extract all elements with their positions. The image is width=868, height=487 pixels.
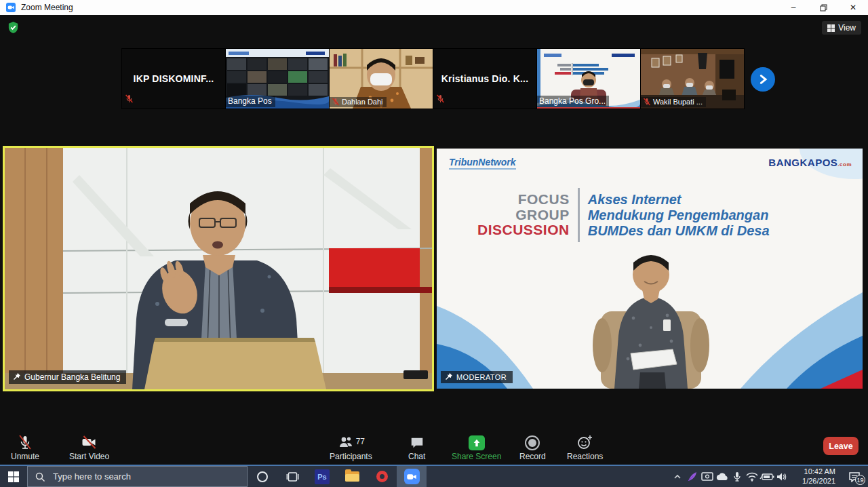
record-label: Record bbox=[519, 452, 546, 461]
participant-thumbnail-bangka-pos[interactable]: Bangka Pos bbox=[226, 49, 329, 109]
fgd-banner: FOCUS GROUP DISCUSSION Akses Internet Me… bbox=[477, 188, 770, 242]
tray-wifi-icon[interactable] bbox=[745, 466, 760, 487]
participant-thumbnail-dahlan-dahi[interactable]: Dahlan Dahi bbox=[330, 49, 433, 109]
participant-name: Bangka Pos bbox=[226, 96, 275, 107]
participant-name: Kristianus Dio. K... bbox=[433, 49, 536, 109]
unmute-label: Unmute bbox=[11, 452, 39, 461]
reactions-icon bbox=[577, 434, 593, 450]
next-page-arrow-button[interactable] bbox=[751, 67, 775, 92]
fgd-word-focus: FOCUS bbox=[477, 192, 570, 208]
video-tile-gubernur[interactable]: Gubernur Bangka Belitung bbox=[3, 146, 434, 391]
start-video-label: Start Video bbox=[69, 452, 109, 461]
chevron-right-icon bbox=[757, 74, 768, 85]
reactions-label: Reactions bbox=[567, 452, 603, 461]
unmute-button[interactable]: Unmute bbox=[11, 433, 39, 461]
video-off-icon bbox=[81, 434, 98, 450]
muted-mic-icon bbox=[125, 94, 134, 106]
fgd-word-group: GROUP bbox=[477, 208, 570, 223]
minimize-button[interactable]: – bbox=[778, 0, 808, 15]
photoshop-icon: Ps bbox=[315, 469, 330, 484]
notification-count-badge: 19 bbox=[855, 475, 865, 485]
photoshop-taskbar-button[interactable]: Ps bbox=[307, 466, 337, 487]
share-screen-button[interactable]: Share Screen bbox=[452, 433, 501, 461]
participant-name-overlay: Gubernur Bangka Belitung bbox=[9, 370, 126, 384]
participant-thumbnail-kristianus[interactable]: Kristianus Dio. K... bbox=[433, 49, 536, 109]
chat-icon bbox=[409, 435, 425, 450]
record-icon bbox=[525, 435, 540, 450]
cortana-button[interactable] bbox=[248, 466, 277, 487]
reactions-button[interactable]: Reactions bbox=[567, 433, 603, 461]
video-tile-moderator[interactable]: TribunNetwork BANGKAPOS.com FOCUS GROUP … bbox=[437, 149, 863, 389]
participant-name: Wakil Bupati ... bbox=[641, 97, 706, 107]
participant-name: Dahlan Dahi bbox=[330, 97, 387, 107]
muted-mic-icon bbox=[436, 94, 445, 106]
windows-logo-icon bbox=[8, 471, 19, 482]
start-video-button[interactable]: Start Video bbox=[69, 433, 109, 461]
topic-line-2: Mendukung Pengembangan bbox=[588, 208, 770, 223]
clock-time: 10:42 AM bbox=[793, 467, 835, 477]
participant-name-overlay: MODERATOR bbox=[441, 371, 513, 383]
action-center-button[interactable]: 19 bbox=[841, 466, 868, 487]
tray-screen-record-icon[interactable] bbox=[700, 466, 715, 487]
muted-mic-icon bbox=[332, 98, 340, 106]
record-button[interactable]: Record bbox=[519, 433, 546, 461]
windows-taskbar: Ps 10:42 AM 1/26/2021 19 bbox=[0, 465, 868, 487]
task-view-button[interactable] bbox=[277, 466, 307, 487]
window-title: Zoom Meeting bbox=[21, 3, 73, 12]
participant-thumbnail-wakil-bupati[interactable]: Wakil Bupati ... bbox=[641, 49, 744, 109]
zoom-icon bbox=[404, 469, 420, 484]
security-shield-icon[interactable] bbox=[7, 21, 20, 37]
topic-line-1: Akses Internet bbox=[588, 192, 770, 208]
zoom-app-icon bbox=[6, 3, 16, 12]
view-button-label: View bbox=[838, 23, 856, 33]
view-button[interactable]: View bbox=[822, 21, 861, 35]
participants-button[interactable]: 77 Participants bbox=[330, 433, 372, 461]
folder-icon bbox=[345, 471, 359, 482]
opera-icon bbox=[376, 471, 388, 482]
opera-taskbar-button[interactable] bbox=[367, 466, 397, 487]
tray-feather-app-icon[interactable] bbox=[685, 466, 700, 487]
pin-icon bbox=[13, 373, 21, 381]
zoom-taskbar-button[interactable] bbox=[397, 466, 427, 487]
tray-microphone-icon[interactable] bbox=[730, 466, 745, 487]
chat-button[interactable]: Chat bbox=[408, 433, 425, 461]
tray-onedrive-icon[interactable] bbox=[715, 466, 730, 487]
screen: Zoom Meeting – ✕ View IKP DISKOMINF... bbox=[0, 0, 868, 487]
fgd-word-discussion: DISCUSSION bbox=[477, 222, 570, 238]
participants-label: Participants bbox=[330, 452, 372, 461]
start-button[interactable] bbox=[0, 466, 27, 487]
search-input[interactable] bbox=[52, 471, 221, 482]
window-titlebar: Zoom Meeting – ✕ bbox=[0, 0, 868, 15]
cortana-icon bbox=[257, 471, 268, 482]
tray-overflow-chevron[interactable] bbox=[670, 466, 685, 487]
video-feed bbox=[5, 148, 432, 389]
tray-volume-icon[interactable] bbox=[774, 466, 789, 487]
participant-name: IKP DISKOMINF... bbox=[122, 49, 225, 109]
clock-date: 1/26/2021 bbox=[793, 477, 835, 486]
leave-button[interactable]: Leave bbox=[823, 437, 859, 455]
participants-count: 77 bbox=[356, 437, 365, 446]
chat-label: Chat bbox=[408, 452, 425, 461]
fgd-divider bbox=[578, 188, 580, 242]
taskbar-search[interactable] bbox=[27, 466, 248, 487]
muted-mic-icon bbox=[17, 434, 33, 450]
participant-thumbnail-bangka-pos-group[interactable]: Bangka Pos Gro... bbox=[537, 49, 640, 109]
task-view-icon bbox=[286, 471, 299, 482]
muted-mic-icon bbox=[643, 98, 651, 106]
share-screen-label: Share Screen bbox=[452, 452, 501, 461]
video-feed bbox=[437, 149, 863, 389]
taskbar-clock[interactable]: 10:42 AM 1/26/2021 bbox=[793, 467, 835, 486]
gallery-grid-icon bbox=[827, 24, 835, 32]
bangkapos-logo: BANGKAPOS.com bbox=[768, 157, 852, 168]
tray-battery-icon[interactable] bbox=[760, 466, 774, 487]
tribun-network-logo: TribunNetwork bbox=[449, 157, 516, 170]
participants-icon bbox=[337, 434, 355, 450]
restore-button[interactable] bbox=[808, 0, 838, 15]
participant-name: Bangka Pos Gro... bbox=[537, 96, 609, 107]
file-explorer-taskbar-button[interactable] bbox=[337, 466, 367, 487]
search-icon bbox=[35, 471, 45, 482]
topic-line-3: BUMDes dan UMKM di Desa bbox=[588, 223, 770, 239]
close-button[interactable]: ✕ bbox=[838, 0, 868, 15]
share-screen-icon bbox=[469, 435, 485, 450]
participant-thumbnail-ikp-diskominfo[interactable]: IKP DISKOMINF... bbox=[122, 49, 225, 109]
